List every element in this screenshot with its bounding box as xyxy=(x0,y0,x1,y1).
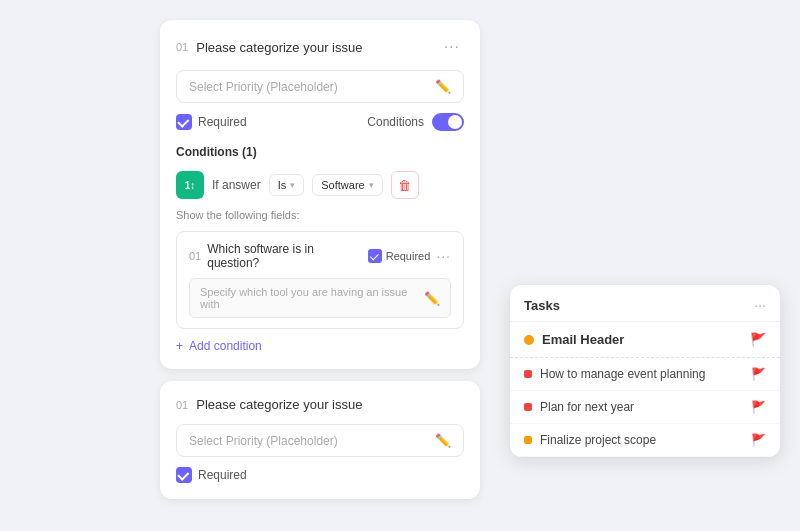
show-following-label: Show the following fields: xyxy=(176,209,464,221)
card-1-header: 01 Please categorize your issue ··· xyxy=(176,36,464,58)
email-header-flag-icon: 🚩 xyxy=(750,332,766,347)
condition-icon-label: 1↕ xyxy=(185,180,196,191)
card-2-title-group: 01 Please categorize your issue xyxy=(176,397,362,412)
tasks-title: Tasks xyxy=(524,298,560,313)
sub-field-title: Which software is in question? xyxy=(207,242,361,270)
card-2-header: 01 Please categorize your issue xyxy=(176,397,464,412)
card-2-title: Please categorize your issue xyxy=(196,397,362,412)
required-checkbox[interactable] xyxy=(176,114,192,130)
priority-select-2[interactable]: Select Priority (Placeholder) ✏️ xyxy=(176,424,464,457)
condition-row: 1↕ If answer Is ▾ Software ▾ 🗑 xyxy=(176,171,464,199)
email-header-dot xyxy=(524,335,534,345)
card-1-menu-button[interactable]: ··· xyxy=(440,36,464,58)
task-left-2: Finalize project scope xyxy=(524,433,656,447)
task-item-0[interactable]: How to manage event planning 🚩 xyxy=(510,358,780,391)
required-label: Required xyxy=(198,115,247,129)
priority-placeholder-2: Select Priority (Placeholder) xyxy=(189,434,338,448)
condition-icon: 1↕ xyxy=(176,171,204,199)
task-flag-icon-2: 🚩 xyxy=(751,433,766,447)
sub-step-badge: 01 xyxy=(189,250,201,262)
required-checkbox-2[interactable] xyxy=(176,467,192,483)
conditions-title: Conditions (1) xyxy=(176,145,464,159)
add-condition-label: Add condition xyxy=(189,339,262,353)
task-left-1: Plan for next year xyxy=(524,400,634,414)
card-1-title-group: 01 Please categorize your issue xyxy=(176,40,362,55)
sub-edit-icon: ✏️ xyxy=(424,291,440,306)
email-header-title: Email Header xyxy=(542,332,624,347)
delete-condition-button[interactable]: 🗑 xyxy=(391,171,419,199)
task-left-0: How to manage event planning xyxy=(524,367,705,381)
task-dot-1 xyxy=(524,403,532,411)
required-left: Required xyxy=(176,114,247,130)
task-item-2[interactable]: Finalize project scope 🚩 xyxy=(510,424,780,457)
edit-icon-2: ✏️ xyxy=(435,433,451,448)
step-badge-1: 01 xyxy=(176,41,188,53)
sub-input-placeholder: Specify which tool you are having an iss… xyxy=(200,286,424,310)
task-flag-icon-1: 🚩 xyxy=(751,400,766,414)
is-select[interactable]: Is ▾ xyxy=(269,174,305,196)
task-dot-2 xyxy=(524,436,532,444)
tasks-menu-button[interactable]: ··· xyxy=(754,297,766,313)
priority-select[interactable]: Select Priority (Placeholder) ✏️ xyxy=(176,70,464,103)
card-1: 01 Please categorize your issue ··· Sele… xyxy=(160,20,480,369)
required-row-2: Required xyxy=(176,467,464,483)
conditions-toggle[interactable] xyxy=(432,113,464,131)
sub-checkbox[interactable] xyxy=(368,249,382,263)
task-flag-icon-0: 🚩 xyxy=(751,367,766,381)
email-header-left: Email Header xyxy=(524,332,624,347)
sub-field-menu-button[interactable]: ··· xyxy=(436,248,451,264)
is-chevron-icon: ▾ xyxy=(290,180,295,190)
add-condition-button[interactable]: + Add condition xyxy=(176,339,464,353)
software-value: Software xyxy=(321,179,364,191)
software-chevron-icon: ▾ xyxy=(369,180,374,190)
task-text-2: Finalize project scope xyxy=(540,433,656,447)
conditions-section: Conditions (1) 1↕ If answer Is ▾ Softwar… xyxy=(176,145,464,353)
required-label-2: Required xyxy=(198,468,247,482)
trash-icon: 🗑 xyxy=(398,178,411,193)
is-value: Is xyxy=(278,179,287,191)
sub-field: 01 Which software is in question? Requir… xyxy=(176,231,464,329)
conditions-label: Conditions xyxy=(367,115,424,129)
email-header-row[interactable]: Email Header 🚩 xyxy=(510,322,780,358)
required-row: Required Conditions xyxy=(176,113,464,131)
step-badge-2: 01 xyxy=(176,399,188,411)
sub-field-header: 01 Which software is in question? Requir… xyxy=(189,242,451,270)
conditions-right: Conditions xyxy=(367,113,464,131)
tasks-header: Tasks ··· xyxy=(510,285,780,322)
priority-placeholder: Select Priority (Placeholder) xyxy=(189,80,338,94)
task-dot-0 xyxy=(524,370,532,378)
software-select[interactable]: Software ▾ xyxy=(312,174,382,196)
card-2: 01 Please categorize your issue Select P… xyxy=(160,381,480,499)
sub-required-label: Required xyxy=(386,250,431,262)
if-answer-text: If answer xyxy=(212,178,261,192)
sub-input-field[interactable]: Specify which tool you are having an iss… xyxy=(189,278,451,318)
task-text-0: How to manage event planning xyxy=(540,367,705,381)
edit-icon: ✏️ xyxy=(435,79,451,94)
tasks-panel: Tasks ··· Email Header 🚩 How to manage e… xyxy=(510,285,780,457)
plus-icon: + xyxy=(176,339,183,353)
card-1-title: Please categorize your issue xyxy=(196,40,362,55)
task-text-1: Plan for next year xyxy=(540,400,634,414)
sub-required: Required xyxy=(368,249,431,263)
task-item-1[interactable]: Plan for next year 🚩 xyxy=(510,391,780,424)
